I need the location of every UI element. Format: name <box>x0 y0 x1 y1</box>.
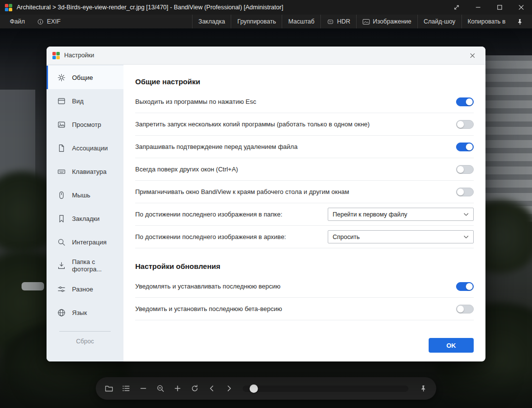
menu-item-label: Масштаб <box>288 18 314 25</box>
close-button[interactable] <box>510 0 532 15</box>
sidebar-item-label: Ассоциации <box>72 144 108 152</box>
select-value: Спросить <box>333 234 360 240</box>
zoom-out-icon <box>139 384 147 393</box>
general-select-5[interactable]: Перейти к первому файлу <box>328 208 474 221</box>
general-toggle-4[interactable] <box>456 188 474 196</box>
menu-file-label: Файл <box>10 18 25 25</box>
toggle-knob <box>457 121 464 128</box>
zoom-fit-button[interactable] <box>152 381 169 397</box>
zoom-in-button[interactable] <box>169 381 186 397</box>
gear-icon <box>57 73 66 82</box>
mouse-icon <box>57 191 66 199</box>
sidebar-item-label: Интеграция <box>72 239 107 246</box>
menu-item-5[interactable]: Слайд-шоу <box>417 15 461 28</box>
general-row-2: Запрашивать подтверждение перед удаление… <box>135 136 474 158</box>
updates-row-1: Уведомить и установить последнюю бета-ве… <box>135 298 474 320</box>
menu-exif[interactable]: EXIF <box>31 15 67 28</box>
folder-icon <box>104 384 113 393</box>
sidebar-item-7[interactable]: Интеграция <box>47 230 123 254</box>
sidebar-item-1[interactable]: Вид <box>47 89 123 113</box>
rotate-button[interactable] <box>187 381 203 397</box>
ok-button[interactable]: OK <box>429 338 474 353</box>
sidebar-item-label: Клавиатура <box>72 168 106 175</box>
setting-label: Выходить из программы по нажатию Esc <box>135 98 448 105</box>
menu-item-0[interactable]: Закладка <box>192 15 231 28</box>
general-toggle-3[interactable] <box>456 165 474 174</box>
sidebar-item-9[interactable]: Разное <box>47 277 123 301</box>
close-icon <box>470 53 475 58</box>
reset-button[interactable]: Сброс <box>47 338 123 345</box>
sidebar-item-8[interactable]: Папка с фотогра... <box>47 254 123 277</box>
menu-item-label: Закладка <box>198 18 225 25</box>
updates-row-0: Уведомлять и устанавливать последнюю вер… <box>135 275 474 298</box>
dialog-sidebar: ОбщиеВидПросмотрАссоциацииКлавиатураМышь… <box>47 65 123 361</box>
general-row-1: Запретить запуск нескольких копий програ… <box>135 113 474 136</box>
maximize-button[interactable] <box>489 0 510 15</box>
window-controls <box>446 0 532 15</box>
sliders-icon <box>57 285 66 293</box>
sidebar-item-label: Закладки <box>72 215 99 222</box>
chevron-left-button[interactable] <box>204 381 220 397</box>
updates-toggle-1[interactable] <box>456 305 474 313</box>
toggle-knob <box>466 144 473 150</box>
setting-label: Всегда поверх других окон (Ctrl+A) <box>135 166 448 173</box>
setting-label: Запретить запуск нескольких копий програ… <box>135 120 448 128</box>
menubar-pin-button[interactable] <box>511 15 528 28</box>
fullscreen-button[interactable] <box>446 0 467 15</box>
rotate-icon <box>190 384 199 393</box>
sidebar-item-5[interactable]: Мышь <box>47 183 123 207</box>
sidebar-item-2[interactable]: Просмотр <box>47 113 123 136</box>
fullscreen-icon <box>454 4 459 10</box>
hdr-box-icon <box>327 19 334 25</box>
dialog-close-button[interactable] <box>465 48 480 63</box>
minimize-button[interactable] <box>467 0 489 15</box>
dialog-content: Общие настройки Выходить из программы по… <box>123 65 485 361</box>
bandiview-logo-icon <box>52 52 60 59</box>
updates-toggle-0[interactable] <box>456 282 474 291</box>
menubar-right: ЗакладкаГруппироватьМасштабHDRИзображени… <box>192 15 511 28</box>
folder-button[interactable] <box>101 381 117 397</box>
sidebar-divider <box>59 331 111 332</box>
list-button[interactable] <box>118 381 134 397</box>
general-toggle-0[interactable] <box>456 97 474 106</box>
sidebar-item-label: Мышь <box>72 192 90 199</box>
menubar: Файл EXIF ЗакладкаГруппироватьМасштабHDR… <box>0 15 532 28</box>
general-toggle-2[interactable] <box>456 143 474 151</box>
sidebar-item-0[interactable]: Общие <box>47 66 123 89</box>
close-icon <box>518 4 524 10</box>
sidebar-item-4[interactable]: Клавиатура <box>47 160 123 183</box>
image-icon <box>57 120 66 129</box>
sidebar-item-6[interactable]: Закладки <box>47 207 123 230</box>
general-select-6[interactable]: Спросить <box>328 230 474 243</box>
menu-item-6[interactable]: Копировать в <box>461 15 511 28</box>
setting-label: Уведомлять и устанавливать последнюю вер… <box>135 283 448 290</box>
dialog-header: Настройки <box>47 47 485 65</box>
dialog-sidebar-list: ОбщиеВидПросмотрАссоциацииКлавиатураМышь… <box>47 66 123 324</box>
sidebar-item-label: Язык <box>72 309 87 316</box>
menu-item-4[interactable]: Изображение <box>356 15 417 28</box>
toggle-knob <box>457 166 464 173</box>
menu-file[interactable]: Файл <box>4 15 31 28</box>
chevron-right-button[interactable] <box>221 381 237 397</box>
chevron-right-icon <box>224 384 233 393</box>
sidebar-item-3[interactable]: Ассоциации <box>47 136 123 160</box>
toggle-knob <box>457 306 464 312</box>
setting-label: Уведомить и установить последнюю бета-ве… <box>135 305 448 312</box>
menu-exif-label: EXIF <box>47 18 61 25</box>
menu-item-3[interactable]: HDR <box>320 15 356 28</box>
search-icon <box>57 238 66 246</box>
zoom-out-button[interactable] <box>135 381 151 397</box>
menu-item-1[interactable]: Группировать <box>231 15 282 28</box>
slider-handle[interactable] <box>249 384 258 393</box>
menu-item-2[interactable]: Масштаб <box>282 15 320 28</box>
toggle-knob <box>457 189 464 195</box>
updates-rows: Уведомлять и устанавливать последнюю вер… <box>135 275 474 320</box>
toolbar-pin-button[interactable] <box>415 381 432 397</box>
minimize-icon <box>475 4 481 10</box>
position-slider[interactable] <box>243 385 409 392</box>
general-row-5: По достижении последнего изображения в п… <box>135 203 474 226</box>
setting-label: По достижении последнего изображения в п… <box>135 211 320 218</box>
general-toggle-1[interactable] <box>456 120 474 129</box>
select-value: Перейти к первому файлу <box>333 211 407 218</box>
sidebar-item-10[interactable]: Язык <box>47 301 123 324</box>
